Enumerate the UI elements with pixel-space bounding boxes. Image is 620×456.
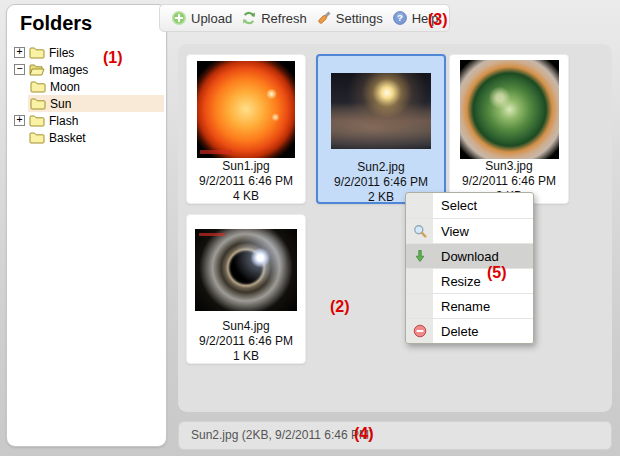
menu-item-download-highlighted[interactable]: Download	[406, 243, 533, 268]
tree-item-label: Flash	[49, 114, 78, 128]
thumbnail-box	[187, 60, 305, 159]
panel-title: Folders	[20, 12, 166, 35]
file-card-sun1[interactable]: Sun1.jpg 9/2/2011 6:46 PM 4 KB	[186, 54, 306, 204]
menu-item-delete[interactable]: Delete	[406, 318, 533, 343]
menu-item-label: Delete	[433, 324, 479, 339]
file-name: Sun4.jpg	[187, 319, 305, 334]
expand-icon[interactable]: +	[14, 47, 25, 58]
tree-item-basket[interactable]: Basket	[7, 129, 166, 146]
folder-icon	[29, 131, 45, 144]
tree-item-label: Sun	[50, 97, 71, 111]
folder-icon	[30, 97, 46, 110]
folder-icon	[29, 46, 45, 59]
refresh-button[interactable]: Refresh	[241, 10, 307, 26]
file-date: 9/2/2011 6:46 PM	[318, 175, 444, 190]
svg-text:?: ?	[397, 12, 403, 23]
upload-button[interactable]: Upload	[171, 10, 232, 26]
tree-item-flash[interactable]: + Flash	[7, 112, 166, 129]
expander-spacer	[14, 132, 25, 143]
annotation-5: (5)	[487, 264, 507, 282]
thumbnail-box	[187, 220, 305, 319]
menu-item-label: Download	[433, 249, 499, 264]
menu-item-label: Rename	[433, 299, 490, 314]
annotation-4: (4)	[354, 425, 374, 443]
tree-item-images[interactable]: − Images	[7, 61, 166, 78]
thumbnail-box	[318, 61, 444, 160]
refresh-icon	[241, 10, 257, 26]
file-date: 9/2/2011 6:46 PM	[450, 174, 568, 189]
file-date: 9/2/2011 6:46 PM	[187, 174, 305, 189]
sun4-thumbnail-image	[195, 229, 297, 311]
file-name: Sun1.jpg	[187, 159, 305, 174]
annotation-1: (1)	[103, 49, 123, 67]
menu-item-label: Select	[433, 198, 477, 213]
menu-item-select[interactable]: Select	[406, 193, 533, 218]
tree-item-label: Files	[49, 46, 74, 60]
annotation-3: (3)	[428, 11, 448, 29]
settings-icon	[316, 10, 332, 26]
settings-label: Settings	[336, 11, 383, 26]
file-manager-window: Folders + Files − Images Moon Sun + Flas…	[0, 0, 620, 456]
menu-item-label: Resize	[433, 274, 481, 289]
file-name: Sun3.jpg	[450, 159, 568, 174]
upload-icon	[171, 10, 187, 26]
down-arrow-icon	[406, 249, 433, 263]
file-card-sun3[interactable]: Sun3.jpg 9/2/2011 6:46 PM 3 KB	[449, 54, 569, 204]
annotation-2: (2)	[330, 298, 350, 316]
context-menu: Select View Download Resize Rename De	[405, 192, 534, 344]
tree-item-label: Basket	[49, 131, 86, 145]
tree-item-label: Moon	[50, 80, 80, 94]
file-name: Sun2.jpg	[318, 160, 444, 175]
toolbar: Upload Refresh Settings ? Help	[159, 4, 450, 32]
thumbnail-box	[450, 60, 568, 159]
collapse-icon[interactable]: −	[14, 64, 25, 75]
file-grid-panel: Sun1.jpg 9/2/2011 6:46 PM 4 KB Sun2.jpg …	[178, 44, 612, 412]
folder-icon	[29, 114, 45, 127]
sun3-thumbnail-image	[460, 60, 559, 159]
status-bar: Sun2.jpg (2KB, 9/2/2011 6:46 PM)	[178, 421, 612, 450]
expand-icon[interactable]: +	[14, 115, 25, 126]
file-card-sun4[interactable]: Sun4.jpg 9/2/2011 6:46 PM 1 KB	[186, 214, 306, 364]
menu-item-rename[interactable]: Rename	[406, 293, 533, 318]
tree-item-label: Images	[49, 63, 88, 77]
upload-label: Upload	[191, 11, 232, 26]
delete-icon	[406, 324, 433, 338]
tree-item-moon[interactable]: Moon	[7, 78, 166, 95]
file-size: 1 KB	[187, 349, 305, 364]
file-size: 4 KB	[187, 189, 305, 204]
file-card-sun2-selected[interactable]: Sun2.jpg 9/2/2011 6:46 PM 2 KB	[316, 54, 446, 204]
status-text: Sun2.jpg (2KB, 9/2/2011 6:46 PM)	[191, 428, 373, 442]
sun1-thumbnail-image	[197, 61, 295, 158]
folder-open-icon	[29, 63, 45, 76]
menu-item-resize[interactable]: Resize	[406, 268, 533, 293]
folder-tree-panel: Folders + Files − Images Moon Sun + Flas…	[6, 4, 167, 447]
file-date: 9/2/2011 6:46 PM	[187, 334, 305, 349]
magnifier-icon	[406, 224, 433, 238]
menu-item-view[interactable]: View	[406, 218, 533, 243]
refresh-label: Refresh	[261, 11, 307, 26]
timestamp-overlay	[200, 150, 232, 154]
menu-item-label: View	[433, 224, 469, 239]
tree-item-files[interactable]: + Files	[7, 44, 166, 61]
help-icon: ?	[392, 10, 408, 26]
sun2-thumbnail-image	[331, 73, 431, 149]
settings-button[interactable]: Settings	[316, 10, 383, 26]
tree-item-sun-selected[interactable]: Sun	[7, 95, 166, 112]
folder-icon	[30, 80, 46, 93]
timestamp-overlay	[199, 233, 225, 236]
